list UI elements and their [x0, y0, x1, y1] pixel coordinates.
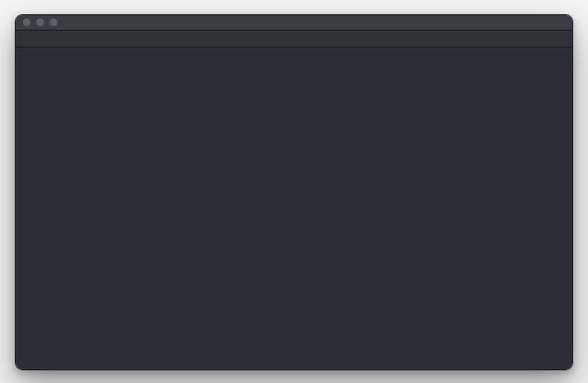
terminal-window	[15, 14, 573, 370]
titlebar[interactable]	[16, 15, 572, 30]
close-icon[interactable]	[23, 18, 30, 26]
traffic-lights	[23, 18, 57, 26]
zoom-icon[interactable]	[50, 18, 57, 26]
terminal-body[interactable]	[16, 48, 572, 370]
minimize-icon[interactable]	[36, 18, 44, 26]
tab-bar	[16, 30, 572, 48]
